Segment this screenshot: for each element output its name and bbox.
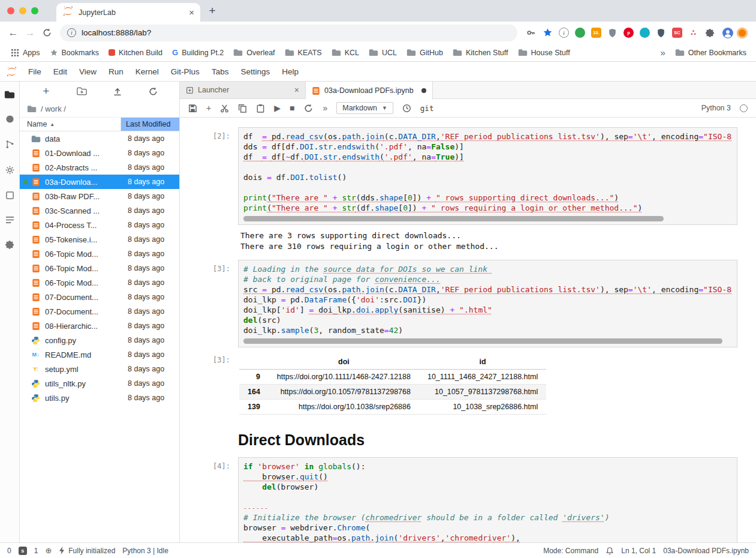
file-row-08-hierarchic[interactable]: 08-Hierarchic...8 days ago <box>20 319 179 333</box>
git-icon[interactable] <box>5 139 15 149</box>
site-info-icon[interactable]: i <box>67 28 76 37</box>
bookmark-ucl[interactable]: UCL <box>364 49 402 57</box>
status-count-1[interactable]: 1 <box>34 547 38 555</box>
teal-extension-icon[interactable] <box>640 28 650 38</box>
bookmark-apps[interactable]: Apps <box>6 49 45 57</box>
bookmark-kcl[interactable]: KCL <box>327 49 364 57</box>
file-row-utils-py[interactable]: utils.py8 days ago <box>20 391 179 405</box>
file-row-06-topic-mod[interactable]: 06-Topic Mod...8 days ago <box>20 275 179 290</box>
statusbar-filename[interactable]: 03a-Download PDFs.ipynb <box>663 547 749 555</box>
tab-notebook[interactable]: 03a-Download PDFs.ipynb <box>306 82 433 100</box>
cut-cell-icon[interactable] <box>220 104 229 113</box>
stop-kernel-icon[interactable]: ■ <box>290 103 294 113</box>
kernel-status[interactable]: Python 3 | Idle <box>122 547 168 555</box>
profile-avatar[interactable] <box>722 28 733 38</box>
new-launcher-button[interactable]: + <box>38 83 54 99</box>
column-header-name[interactable]: Name ▲ <box>20 120 121 128</box>
mode-indicator[interactable]: Mode: Command <box>543 547 598 555</box>
file-row-07-document[interactable]: 07-Document...8 days ago <box>20 290 179 304</box>
file-row-03c-scanned[interactable]: 03c-Scanned ...8 days ago <box>20 203 179 218</box>
running-kernels-icon[interactable] <box>5 115 14 124</box>
copy-cell-icon[interactable] <box>238 104 247 113</box>
file-row-06-topic-mod[interactable]: 06-Topic Mod...8 days ago <box>20 261 179 275</box>
browser-tab[interactable]: JupyterLab × <box>56 3 200 22</box>
status-badge-s[interactable]: s <box>19 547 27 555</box>
bookmark-keats[interactable]: KEATS <box>280 49 327 57</box>
puzzle-extensions-icon[interactable] <box>704 28 715 38</box>
file-row-setup-yml[interactable]: Y:setup.yml8 days ago <box>20 362 179 376</box>
file-row-05-tokenise-i[interactable]: 05-Tokenise.i...8 days ago <box>20 232 179 247</box>
shield-extension-icon[interactable] <box>607 28 618 38</box>
menu-settings[interactable]: Settings <box>234 67 276 76</box>
launcher-panel-icon[interactable] <box>5 191 14 200</box>
file-browser-icon[interactable] <box>4 90 15 99</box>
close-tab-icon[interactable]: × <box>294 85 299 95</box>
bookmark-kitchen-stuff[interactable]: Kitchen Stuff <box>448 49 513 57</box>
url-bar[interactable]: i localhost:8888/lab? <box>60 25 517 41</box>
dark-shield-extension-icon[interactable] <box>656 28 666 38</box>
status-count-0[interactable]: 0 <box>7 547 11 555</box>
close-window-button[interactable] <box>7 7 14 14</box>
notification-bell-icon[interactable] <box>606 547 614 555</box>
status-target-icon[interactable]: ⊕ <box>45 546 52 555</box>
column-header-modified[interactable]: Last Modified <box>121 118 179 131</box>
scrollbar-thumb[interactable] <box>243 216 664 221</box>
cell-editor[interactable]: df = pd.read_csv(os.path.join(c.DATA_DIR… <box>238 127 737 225</box>
lsp-status[interactable]: Fully initialized <box>59 547 115 555</box>
extensions-icon[interactable] <box>5 240 14 250</box>
horizontal-scrollbar[interactable] <box>243 216 732 221</box>
browser-menu-button[interactable] <box>737 28 748 38</box>
file-row-06-topic-mod[interactable]: 06-Topic Mod...8 days ago <box>20 247 179 261</box>
history-clock-icon[interactable] <box>402 104 411 113</box>
file-row-01-download[interactable]: 01-Download ...8 days ago <box>20 146 179 160</box>
bookmarks-overflow-chevron[interactable]: » <box>654 47 671 58</box>
cell-editor[interactable]: if 'browser' in globals(): browser.quit(… <box>238 457 737 542</box>
menu-run[interactable]: Run <box>103 67 129 76</box>
cell-type-dropdown[interactable]: Markdown ▼ <box>336 102 393 114</box>
green-status-extension-icon[interactable] <box>575 28 585 38</box>
file-row-config-py[interactable]: config.py8 days ago <box>20 333 179 347</box>
horizontal-scrollbar[interactable] <box>243 338 732 344</box>
menu-tabs[interactable]: Tabs <box>206 67 235 76</box>
refresh-button[interactable] <box>145 83 161 99</box>
file-row-03a-downloa[interactable]: 03a-Downloa...8 days ago <box>20 175 179 189</box>
menu-edit[interactable]: Edit <box>47 67 73 76</box>
menu-kernel[interactable]: Kernel <box>129 67 165 76</box>
new-folder-button[interactable] <box>74 83 89 99</box>
file-row-04-process-t[interactable]: 04-Process T...8 days ago <box>20 218 179 232</box>
add-cell-icon[interactable]: + <box>206 103 211 113</box>
file-row-03b-raw-pdf[interactable]: 03b-Raw PDF...8 days ago <box>20 189 179 203</box>
bookmark-building-pt-2[interactable]: GBuilding Pt.2 <box>167 48 228 57</box>
bookmark-bookmarks[interactable]: Bookmarks <box>45 49 104 57</box>
paste-cell-icon[interactable] <box>256 104 265 113</box>
restart-kernel-icon[interactable] <box>303 103 314 113</box>
run-cell-icon[interactable]: ▶ <box>274 103 281 113</box>
info-extension-icon[interactable]: i <box>559 28 569 38</box>
bookmark-kitchen-build[interactable]: Kitchen Build <box>104 49 167 57</box>
settings-gear-icon[interactable] <box>5 165 15 175</box>
cell-editor[interactable]: # Loading in the source data for DOIs so… <box>238 260 737 347</box>
file-row-07-document[interactable]: 07-Document...8 days ago <box>20 304 179 319</box>
other-bookmarks[interactable]: Other Bookmarks <box>671 49 750 57</box>
cursor-position[interactable]: Ln 1, Col 1 <box>621 547 656 555</box>
menu-view[interactable]: View <box>73 67 103 76</box>
git-toolbar-button[interactable]: git <box>420 104 434 113</box>
minimize-window-button[interactable] <box>19 7 26 14</box>
bookmark-github[interactable]: GitHub <box>402 49 448 57</box>
close-tab-icon[interactable]: × <box>189 7 194 17</box>
bookmark-star-icon[interactable] <box>539 25 556 41</box>
restart-run-all-icon[interactable]: » <box>323 103 327 113</box>
back-button[interactable]: ← <box>5 25 22 41</box>
markdown-heading[interactable]: Direct Downloads <box>238 430 365 449</box>
badge-10-extension-icon[interactable]: 10. <box>591 28 601 38</box>
file-row-02-abstracts[interactable]: 02-Abstracts ...8 days ago <box>20 160 179 175</box>
menu-file[interactable]: File <box>22 67 47 76</box>
menu-help[interactable]: Help <box>276 67 305 76</box>
reload-button[interactable] <box>38 25 55 41</box>
password-key-icon[interactable] <box>522 25 539 41</box>
sc-extension-icon[interactable]: SC <box>672 28 682 38</box>
tab-launcher[interactable]: Launcher × <box>180 82 306 98</box>
kernel-status-icon[interactable] <box>740 104 748 112</box>
kernel-name[interactable]: Python 3 <box>701 104 731 112</box>
file-row-data[interactable]: data8 days ago <box>20 131 179 146</box>
